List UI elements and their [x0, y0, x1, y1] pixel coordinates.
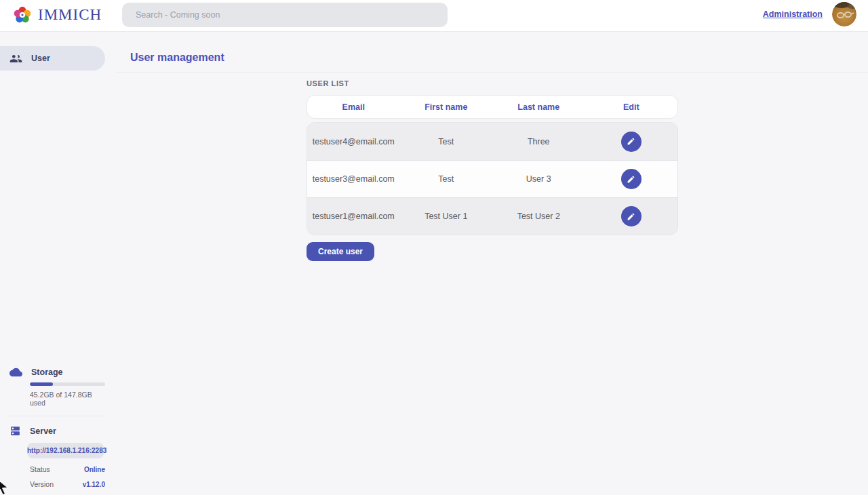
server-header: Server	[9, 425, 105, 437]
version-label: Version	[30, 480, 54, 488]
user-last-name: Three	[492, 137, 585, 146]
user-last-name: Test User 2	[492, 212, 585, 221]
search-input[interactable]	[122, 3, 448, 27]
user-first-name: Test User 1	[400, 212, 493, 221]
edit-user-button[interactable]	[621, 169, 642, 189]
user-first-name: Test	[400, 174, 493, 184]
brand-name: IMMICH	[38, 6, 102, 24]
immich-flower-icon	[13, 5, 32, 24]
sidebar-footer: Storage 45.2GB of 147.8GB used Server ht…	[0, 368, 115, 488]
table-row: testuser1@email.com Test User 1 Test Use…	[307, 197, 677, 235]
immich-logo[interactable]: IMMICH	[13, 5, 102, 24]
table-row: testuser3@email.com Test User 3	[307, 160, 677, 197]
user-avatar[interactable]	[832, 2, 856, 26]
sidebar-item-label: User	[31, 54, 50, 63]
server-status-row: Status Online	[30, 465, 105, 473]
storage-usage-text: 45.2GB of 147.8GB used	[30, 391, 105, 407]
column-header-first-name: First name	[400, 102, 493, 112]
version-value: v1.12.0	[83, 481, 105, 488]
users-icon	[9, 52, 22, 65]
column-header-email: Email	[307, 102, 400, 112]
storage-progress-fill	[30, 382, 53, 386]
user-email: testuser1@email.com	[307, 212, 400, 221]
user-email: testuser3@email.com	[307, 174, 400, 184]
administration-link[interactable]: Administration	[763, 9, 823, 19]
cloud-icon	[9, 368, 22, 377]
column-header-last-name: Last name	[492, 102, 585, 112]
storage-title: Storage	[31, 368, 63, 377]
column-header-edit: Edit	[585, 102, 678, 112]
status-value: Online	[84, 466, 105, 473]
pencil-icon	[627, 175, 635, 184]
table-row: testuser4@email.com Test Three	[307, 123, 677, 160]
user-last-name: User 3	[492, 174, 585, 184]
server-version-row: Version v1.12.0	[30, 480, 105, 488]
user-first-name: Test	[400, 137, 493, 146]
pencil-icon	[627, 137, 635, 146]
user-table-header: Email First name Last name Edit	[307, 95, 678, 119]
storage-header: Storage	[9, 368, 105, 377]
server-url-badge: http://192.168.1.216:2283	[27, 443, 104, 458]
pencil-icon	[627, 212, 635, 221]
storage-progress-bar	[30, 382, 105, 386]
edit-user-button[interactable]	[621, 132, 642, 152]
page-title: User management	[130, 52, 224, 64]
create-user-button[interactable]: Create user	[307, 242, 374, 261]
server-title: Server	[30, 427, 56, 436]
user-email: testuser4@email.com	[307, 137, 400, 146]
status-label: Status	[30, 465, 50, 473]
user-table: testuser4@email.com Test Three testuser3…	[307, 122, 678, 235]
edit-user-button[interactable]	[621, 206, 642, 226]
top-bar: IMMICH Administration	[0, 0, 868, 32]
sidebar-item-user[interactable]: User	[0, 46, 105, 71]
sidebar-divider	[9, 416, 105, 416]
title-divider	[116, 72, 868, 73]
user-list-label: USER LIST	[307, 79, 349, 87]
server-icon	[9, 425, 21, 437]
